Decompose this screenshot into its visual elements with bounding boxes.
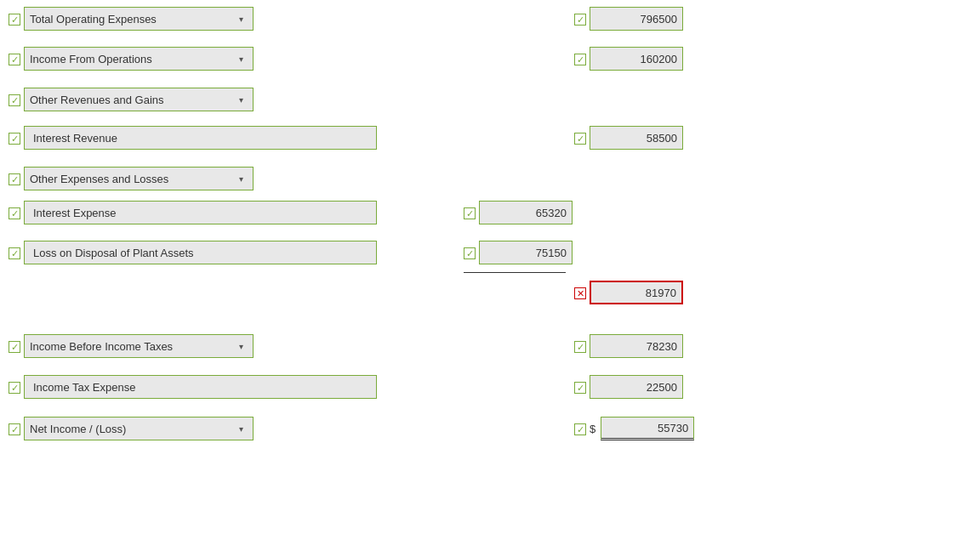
interest-revenue-row: Interest Revenue (9, 126, 377, 150)
other-expenses-dropdown[interactable]: Other Expenses and Losses ▾ (24, 167, 254, 190)
income-before-taxes-right-checkbox[interactable] (574, 341, 586, 353)
chevron-down-icon: ▾ (234, 339, 248, 353)
other-revenues-row: Other Revenues and Gains ▾ (9, 88, 254, 111)
total-other-expenses-wrap: 81970 (574, 281, 683, 304)
income-from-operations-value-wrap: 160200 (574, 47, 683, 71)
interest-revenue-label-box: Interest Revenue (24, 126, 377, 150)
total-operating-expenses-input[interactable]: 796500 (590, 7, 683, 31)
net-income-label: Net Income / (Loss) (30, 423, 234, 435)
loss-disposal-mid-wrap: 75150 (464, 241, 573, 264)
other-expenses-label: Other Expenses and Losses (30, 173, 234, 185)
income-tax-expense-label-box: Income Tax Expense (24, 375, 377, 399)
interest-revenue-value-wrap: 58500 (574, 126, 683, 150)
income-from-operations-right-checkbox[interactable] (574, 54, 586, 65)
income-before-taxes-checkbox[interactable] (9, 341, 20, 353)
net-income-input[interactable]: 55730 (601, 417, 694, 440)
chevron-down-icon: ▾ (234, 93, 248, 106)
main-page: Total Operating Expenses ▾ 796500 Income… (0, 0, 980, 551)
interest-revenue-right-checkbox[interactable] (574, 133, 586, 145)
chevron-down-icon: ▾ (234, 172, 248, 185)
income-tax-expense-input[interactable]: 22500 (590, 375, 683, 399)
income-tax-expense-checkbox[interactable] (9, 382, 20, 394)
income-from-operations-label: Income From Operations (30, 53, 234, 65)
income-tax-expense-value-wrap: 22500 (574, 375, 683, 399)
income-tax-expense-right-checkbox[interactable] (574, 382, 586, 394)
interest-expense-checkbox[interactable] (9, 207, 20, 219)
income-before-taxes-dropdown[interactable]: Income Before Income Taxes ▾ (24, 334, 254, 358)
other-revenues-label: Other Revenues and Gains (30, 94, 234, 106)
income-from-operations-row: Income From Operations ▾ (9, 47, 254, 71)
income-tax-expense-row: Income Tax Expense (9, 375, 377, 399)
loss-disposal-row: Loss on Disposal of Plant Assets (9, 241, 377, 264)
net-income-value-wrap: $ 55730 (574, 417, 694, 440)
total-other-expenses-input[interactable]: 81970 (590, 281, 683, 304)
net-income-dropdown[interactable]: Net Income / (Loss) ▾ (24, 417, 254, 440)
chevron-down-icon: ▾ (234, 12, 248, 26)
other-revenues-checkbox[interactable] (9, 94, 20, 106)
total-operating-expenses-value-wrap: 796500 (574, 7, 683, 31)
income-before-taxes-label: Income Before Income Taxes (30, 340, 234, 353)
income-before-taxes-row: Income Before Income Taxes ▾ (9, 334, 254, 358)
interest-expense-label-box: Interest Expense (24, 201, 377, 224)
income-from-operations-input[interactable]: 160200 (590, 47, 683, 71)
total-operating-expenses-checkbox[interactable] (9, 14, 20, 26)
interest-expense-row: Interest Expense (9, 201, 377, 224)
chevron-down-icon: ▾ (234, 52, 248, 65)
total-other-expenses-error-checkbox[interactable] (574, 287, 586, 299)
income-from-operations-dropdown[interactable]: Income From Operations ▾ (24, 47, 254, 71)
net-income-row: Net Income / (Loss) ▾ (9, 417, 254, 440)
loss-disposal-mid-checkbox[interactable] (464, 247, 476, 259)
other-expenses-checkbox[interactable] (9, 173, 20, 185)
total-operating-expenses-label: Total Operating Expenses (30, 13, 234, 26)
total-operating-expenses-dropdown[interactable]: Total Operating Expenses ▾ (24, 7, 254, 31)
income-before-taxes-value-wrap: 78230 (574, 334, 683, 358)
net-income-right-checkbox[interactable] (574, 423, 586, 435)
income-from-operations-checkbox[interactable] (9, 54, 20, 65)
interest-revenue-checkbox[interactable] (9, 133, 20, 145)
income-before-taxes-input[interactable]: 78230 (590, 334, 683, 358)
dollar-sign: $ (590, 423, 595, 435)
interest-revenue-input[interactable]: 58500 (590, 126, 683, 150)
loss-disposal-checkbox[interactable] (9, 247, 20, 259)
interest-expense-mid-wrap: 65320 (464, 201, 573, 224)
interest-expense-mid-input[interactable]: 65320 (479, 201, 573, 224)
other-revenues-dropdown[interactable]: Other Revenues and Gains ▾ (24, 88, 254, 111)
net-income-checkbox[interactable] (9, 423, 20, 435)
total-operating-expenses-row: Total Operating Expenses ▾ (9, 7, 254, 31)
other-expenses-row: Other Expenses and Losses ▾ (9, 167, 254, 190)
mid-underline (464, 272, 566, 273)
loss-disposal-label-box: Loss on Disposal of Plant Assets (24, 241, 377, 264)
loss-disposal-mid-input[interactable]: 75150 (479, 241, 573, 264)
chevron-down-icon: ▾ (234, 422, 248, 435)
interest-expense-mid-checkbox[interactable] (464, 207, 476, 219)
total-operating-expenses-right-checkbox[interactable] (574, 14, 586, 26)
